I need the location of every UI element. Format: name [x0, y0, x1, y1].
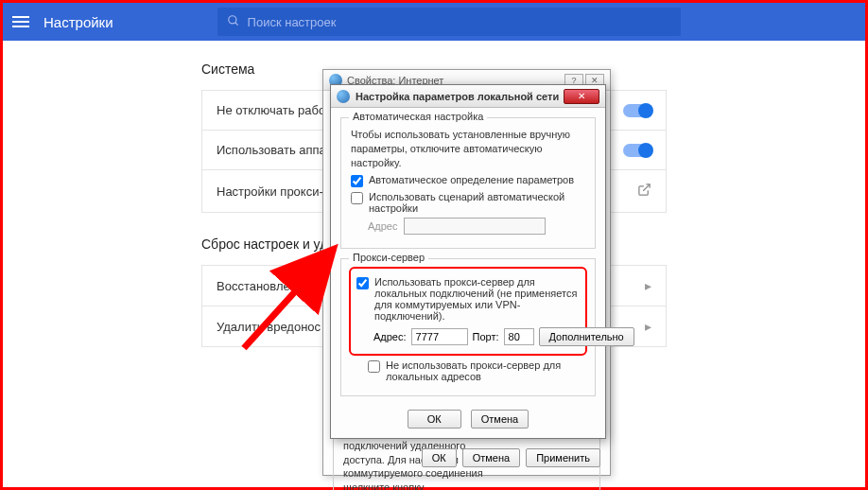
- script-addr-label: Адрес: [368, 220, 398, 232]
- auto-detect-label: Автоматическое определение параметров: [369, 174, 574, 185]
- use-proxy-checkbox[interactable]: [356, 277, 369, 289]
- use-proxy-label: Использовать прокси-сервер для локальных…: [374, 276, 580, 322]
- proxy-addr-input[interactable]: [411, 328, 468, 345]
- proxy-port-input[interactable]: [504, 328, 534, 345]
- row-label: Не отключать рабо: [217, 103, 325, 117]
- auto-detect-checkbox[interactable]: [351, 175, 363, 187]
- close-button[interactable]: ✕: [564, 89, 599, 104]
- page-title: Настройки: [43, 14, 113, 30]
- auto-legend: Автоматическая настройка: [349, 111, 487, 122]
- toggle-on-icon[interactable]: [623, 144, 651, 157]
- hamburger-icon[interactable]: [12, 16, 29, 27]
- bypass-local-label: Не использовать прокси-сервер для локаль…: [386, 359, 585, 382]
- proxy-legend: Прокси-сервер: [349, 252, 428, 263]
- cancel-button[interactable]: Отмена: [462, 448, 520, 467]
- auto-group: Автоматическая настройка Чтобы использов…: [340, 117, 596, 249]
- row-label: Восстановление на: [217, 279, 327, 293]
- svg-point-0: [228, 15, 235, 23]
- ok-button[interactable]: ОК: [408, 410, 461, 429]
- dialog-title: Настройка параметров локальной сети: [356, 91, 564, 102]
- row-label: Использовать аппа: [217, 143, 326, 157]
- cancel-button[interactable]: Отмена: [471, 410, 529, 429]
- search-input[interactable]: [248, 15, 671, 29]
- search-box[interactable]: [217, 8, 681, 36]
- globe-icon: [337, 90, 350, 103]
- proxy-group: Прокси-сервер Использовать прокси-сервер…: [340, 258, 596, 396]
- external-link-icon[interactable]: [637, 183, 651, 200]
- proxy-port-label: Порт:: [473, 331, 499, 342]
- chevron-right-icon: ▸: [645, 319, 651, 334]
- auto-detect-row[interactable]: Автоматическое определение параметров: [351, 174, 585, 187]
- use-script-checkbox[interactable]: [351, 192, 363, 204]
- row-label: Настройки прокси-: [217, 184, 323, 199]
- auto-desc: Чтобы использовать установленные вручную…: [351, 128, 585, 170]
- bypass-local-row[interactable]: Не использовать прокси-сервер для локаль…: [368, 359, 585, 382]
- search-icon: [227, 14, 240, 30]
- use-proxy-row[interactable]: Использовать прокси-сервер для локальных…: [356, 276, 580, 322]
- chevron-right-icon: ▸: [645, 278, 651, 293]
- highlight-box: Использовать прокси-сервер для локальных…: [349, 267, 587, 356]
- script-addr-input: [404, 218, 546, 235]
- row-label: Удалить вредонос: [217, 320, 321, 334]
- dialog-titlebar[interactable]: Настройка параметров локальной сети ✕: [331, 85, 605, 108]
- use-script-row[interactable]: Использовать сценарий автоматической нас…: [351, 191, 585, 214]
- svg-line-1: [234, 22, 237, 25]
- svg-line-2: [643, 184, 650, 191]
- toggle-on-icon[interactable]: [623, 104, 651, 117]
- apply-button[interactable]: Применить: [526, 448, 600, 467]
- proxy-addr-label: Адрес:: [373, 331, 407, 342]
- ok-button[interactable]: ОК: [422, 448, 457, 467]
- use-script-label: Использовать сценарий автоматической нас…: [369, 191, 585, 214]
- bypass-local-checkbox[interactable]: [368, 360, 380, 373]
- advanced-button[interactable]: Дополнительно: [539, 327, 634, 346]
- lan-settings-dialog: Настройка параметров локальной сети ✕ Ав…: [330, 84, 606, 439]
